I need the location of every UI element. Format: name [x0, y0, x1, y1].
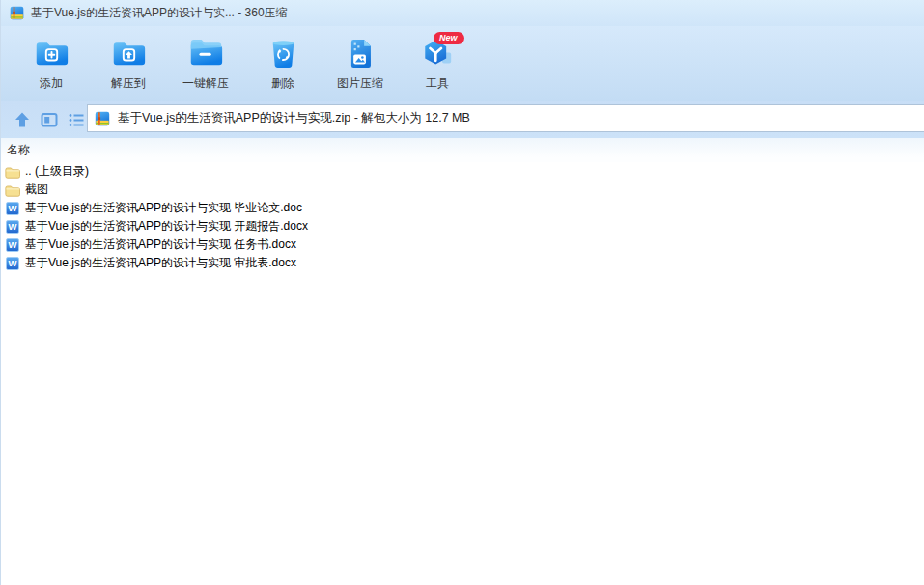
add-button[interactable]: 添加	[13, 31, 90, 98]
tools-button[interactable]: 工具 New	[399, 31, 476, 98]
archive-path-text: 基于Vue.js的生活资讯APP的设计与实现.zip - 解包大小为 12.7 …	[118, 110, 470, 126]
title-bar: 基于Vue.js的生活资讯APP的设计与实... - 360压缩	[1, 0, 924, 26]
column-header-row: 名称	[1, 138, 924, 162]
extract-to-folder-icon	[112, 33, 146, 73]
list-item-folder[interactable]: 截图	[1, 181, 924, 199]
add-folder-icon	[35, 33, 69, 73]
zip-archive-icon	[94, 110, 111, 127]
word-doc-icon: W	[5, 201, 20, 216]
file-name: 基于Vue.js的生活资讯APP的设计与实现 开题报告.docx	[25, 218, 308, 235]
word-doc-icon: W	[5, 237, 20, 253]
word-doc-icon: W	[5, 219, 20, 235]
extract-to-button[interactable]: 解压到	[90, 31, 167, 98]
delete-button-label: 删除	[271, 75, 294, 92]
one-click-extract-folder-icon	[189, 33, 223, 73]
add-button-label: 添加	[40, 75, 63, 92]
image-compress-button[interactable]: 图片压缩	[322, 31, 399, 98]
list-item-doc[interactable]: W 基于Vue.js的生活资讯APP的设计与实现 开题报告.docx	[1, 217, 924, 236]
list-item-parent-dir[interactable]: .. (上级目录)	[1, 162, 924, 181]
file-name: 基于Vue.js的生活资讯APP的设计与实现 任务书.docx	[25, 237, 296, 253]
file-name: 基于Vue.js的生活资讯APP的设计与实现 毕业论文.doc	[25, 200, 302, 216]
nav-bar: 基于Vue.js的生活资讯APP的设计与实现.zip - 解包大小为 12.7 …	[1, 101, 924, 138]
file-name: .. (上级目录)	[25, 163, 89, 180]
list-item-doc[interactable]: W 基于Vue.js的生活资讯APP的设计与实现 毕业论文.doc	[1, 199, 924, 217]
new-badge: New	[434, 32, 464, 44]
list-item-doc[interactable]: W 基于Vue.js的生活资讯APP的设计与实现 任务书.docx	[1, 236, 924, 254]
folder-icon	[5, 164, 20, 180]
tools-button-label: 工具	[426, 75, 449, 92]
detail-view-icon[interactable]	[40, 110, 59, 129]
extract-to-button-label: 解压到	[111, 75, 146, 92]
image-compress-button-label: 图片压缩	[337, 75, 383, 92]
one-click-extract-button[interactable]: 一键解压	[167, 31, 244, 98]
one-click-extract-button-label: 一键解压	[182, 75, 229, 92]
column-header-name[interactable]: 名称	[7, 142, 30, 158]
folder-icon	[5, 182, 20, 198]
file-list: .. (上级目录) 截图 W 基于Vue.js的生活资讯APP的设计与实现 毕业…	[1, 162, 924, 272]
delete-button[interactable]: 删除	[244, 31, 322, 98]
word-doc-icon: W	[5, 256, 20, 271]
list-item-doc[interactable]: W 基于Vue.js的生活资讯APP的设计与实现 审批表.docx	[1, 254, 924, 272]
file-name: 基于Vue.js的生活资讯APP的设计与实现 审批表.docx	[25, 255, 296, 271]
address-bar[interactable]: 基于Vue.js的生活资讯APP的设计与实现.zip - 解包大小为 12.7 …	[87, 104, 924, 132]
window-title: 基于Vue.js的生活资讯APP的设计与实... - 360压缩	[31, 5, 288, 21]
up-arrow-icon[interactable]	[13, 110, 32, 129]
image-compress-document-icon	[348, 33, 373, 73]
file-name: 截图	[25, 181, 48, 198]
list-view-icon[interactable]	[67, 110, 86, 129]
zip-archive-icon	[9, 5, 25, 21]
trash-recycle-icon	[270, 33, 296, 73]
toolbar: 添加 解压到 一键解压	[1, 26, 924, 101]
